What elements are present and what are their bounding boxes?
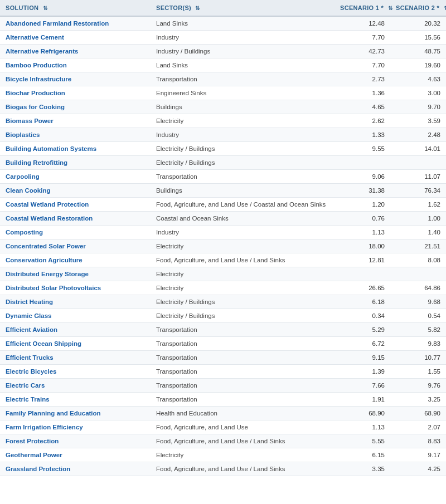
cell-solution: Electric Bicycles (0, 365, 151, 379)
cell-scenario2: 9.68 (390, 295, 446, 309)
cell-scenario1: 6.18 (334, 295, 390, 309)
table-row[interactable]: Electric TrainsTransportation1.913.25 (0, 393, 446, 407)
cell-scenario1: 68.90 (334, 407, 390, 420)
table-row[interactable]: Building Automation SystemsElectricity /… (0, 142, 446, 156)
table-row[interactable]: Bicycle InfrastructureTransportation2.73… (0, 72, 446, 86)
table-row[interactable]: BioplasticsIndustry1.332.48 (0, 128, 446, 142)
cell-solution: Bicycle Infrastructure (0, 72, 151, 86)
cell-solution: Geothermal Power (0, 448, 151, 462)
cell-sector: Electricity (151, 281, 334, 295)
table-header-row: SOLUTION ⇅ SECTOR(S) ⇅ SCENARIO 1 * ⇅ SC… (0, 0, 446, 16)
cell-sector: Industry (151, 226, 334, 239)
col-label-scenario1: SCENARIO 1 * (340, 4, 384, 11)
col-header-solution[interactable]: SOLUTION ⇅ (0, 0, 151, 16)
col-header-scenario2[interactable]: SCENARIO 2 * ⇅ (390, 0, 446, 16)
table-row[interactable]: Dynamic GlassElectricity / Buildings0.34… (0, 309, 446, 323)
cell-sector: Electricity (151, 267, 334, 281)
table-row[interactable]: Family Planning and EducationHealth and … (0, 407, 446, 420)
table-row[interactable]: Biochar ProductionEngineered Sinks1.363.… (0, 86, 446, 100)
table-row[interactable]: Coastal Wetland ProtectionFood, Agricult… (0, 198, 446, 212)
cell-scenario1: 1.36 (334, 86, 390, 100)
cell-sector: Transportation (151, 72, 334, 86)
table-row[interactable]: CompostingIndustry1.131.40 (0, 226, 446, 239)
cell-solution: Forest Protection (0, 434, 151, 448)
cell-scenario2: 9.83 (390, 337, 446, 351)
cell-scenario1: 0.76 (334, 212, 390, 226)
table-row[interactable]: Grassland ProtectionFood, Agriculture, a… (0, 462, 446, 476)
cell-sector: Transportation (151, 323, 334, 337)
table-row[interactable]: Efficient AviationTransportation5.295.82 (0, 323, 446, 337)
cell-scenario1: 6.15 (334, 448, 390, 462)
cell-scenario1: 12.81 (334, 253, 390, 267)
cell-scenario2: 11.07 (390, 170, 446, 184)
cell-scenario2: 8.83 (390, 434, 446, 448)
cell-solution: Distributed Energy Storage (0, 267, 151, 281)
cell-scenario2: 64.86 (390, 281, 446, 295)
cell-solution: Biogas for Cooking (0, 100, 151, 114)
cell-sector: Electricity / Buildings (151, 142, 334, 156)
table-row[interactable]: Abandoned Farmland RestorationLand Sinks… (0, 16, 446, 31)
cell-scenario2: 9.70 (390, 100, 446, 114)
table-row[interactable]: Farm Irrigation EfficiencyFood, Agricult… (0, 420, 446, 434)
cell-sector: Health and Education (151, 407, 334, 420)
cell-solution: Building Retrofitting (0, 156, 151, 170)
cell-sector: Land Sinks (151, 16, 334, 31)
cell-scenario1: 7.66 (334, 379, 390, 393)
table-row[interactable]: Efficient TrucksTransportation9.1510.77 (0, 351, 446, 365)
cell-scenario1: 12.48 (334, 16, 390, 31)
cell-sector: Transportation (151, 379, 334, 393)
cell-solution: District Heating (0, 295, 151, 309)
cell-sector: Electricity / Buildings (151, 295, 334, 309)
cell-solution: Alternative Cement (0, 31, 151, 45)
table-row[interactable]: Forest ProtectionFood, Agriculture, and … (0, 434, 446, 448)
sort-icon-scenario2: ⇅ (444, 5, 446, 11)
table-row[interactable]: Distributed Solar PhotovoltaicsElectrici… (0, 281, 446, 295)
table-row[interactable]: Building RetrofittingElectricity / Build… (0, 156, 446, 170)
table-row[interactable]: CarpoolingTransportation9.0611.07 (0, 170, 446, 184)
cell-scenario2: 1.00 (390, 212, 446, 226)
table-row[interactable]: Geothermal PowerElectricity6.159.17 (0, 448, 446, 462)
table-row[interactable]: Efficient Ocean ShippingTransportation6.… (0, 337, 446, 351)
cell-sector: Buildings (151, 184, 334, 198)
cell-scenario1: 1.20 (334, 198, 390, 212)
table-row[interactable]: Biogas for CookingBuildings4.659.70 (0, 100, 446, 114)
table-row[interactable]: District HeatingElectricity / Buildings6… (0, 295, 446, 309)
cell-scenario2: 20.32 (390, 16, 446, 31)
cell-sector: Engineered Sinks (151, 86, 334, 100)
cell-scenario2: 9.76 (390, 379, 446, 393)
col-header-scenario1[interactable]: SCENARIO 1 * ⇅ (334, 0, 390, 16)
cell-scenario2: 1.62 (390, 198, 446, 212)
cell-solution: Biochar Production (0, 86, 151, 100)
table-row[interactable]: Alternative RefrigerantsIndustry / Build… (0, 45, 446, 58)
table-row[interactable]: Clean CookingBuildings31.3876.34 (0, 184, 446, 198)
cell-sector: Food, Agriculture, and Land Use / Coasta… (151, 198, 334, 212)
table-row[interactable]: Electric CarsTransportation7.669.76 (0, 379, 446, 393)
table-row[interactable]: Concentrated Solar PowerElectricity18.00… (0, 239, 446, 253)
sort-icon-scenario1: ⇅ (388, 5, 392, 11)
cell-scenario2: 10.77 (390, 351, 446, 365)
table-row[interactable]: Conservation AgricultureFood, Agricultur… (0, 253, 446, 267)
col-label-scenario2: SCENARIO 2 * (396, 4, 439, 11)
table-row[interactable]: Alternative CementIndustry7.7015.56 (0, 31, 446, 45)
cell-scenario1: 1.33 (334, 128, 390, 142)
cell-solution: Alternative Refrigerants (0, 45, 151, 58)
col-header-sectors[interactable]: SECTOR(S) ⇅ (151, 0, 334, 16)
col-label-solution: SOLUTION (6, 4, 38, 11)
table-row[interactable]: Bamboo ProductionLand Sinks7.7019.60 (0, 58, 446, 72)
cell-scenario1: 9.06 (334, 170, 390, 184)
cell-scenario2: 19.60 (390, 58, 446, 72)
cell-sector: Coastal and Ocean Sinks (151, 212, 334, 226)
cell-solution: Abandoned Farmland Restoration (0, 16, 151, 31)
table-row[interactable]: Coastal Wetland RestorationCoastal and O… (0, 212, 446, 226)
cell-scenario2: 3.00 (390, 86, 446, 100)
table-row[interactable]: Biomass PowerElectricity2.623.59 (0, 114, 446, 128)
cell-scenario2 (390, 156, 446, 170)
cell-scenario1: 5.29 (334, 323, 390, 337)
cell-solution: Electric Trains (0, 393, 151, 407)
cell-scenario2: 2.07 (390, 420, 446, 434)
cell-solution: Bamboo Production (0, 58, 151, 72)
cell-sector: Buildings (151, 100, 334, 114)
table-row[interactable]: Electric BicyclesTransportation1.391.55 (0, 365, 446, 379)
table-row[interactable]: Distributed Energy StorageElectricity (0, 267, 446, 281)
cell-solution: Grassland Protection (0, 462, 151, 476)
